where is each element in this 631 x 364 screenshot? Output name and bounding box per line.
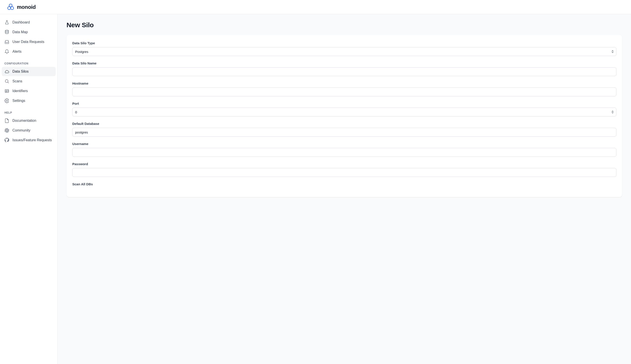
password-input[interactable] [72,168,616,177]
default-database-label: Default Database [72,122,616,126]
bell-icon [5,49,9,54]
sidebar-item-issues[interactable]: Issues/Feature Requests [2,136,56,145]
brand-logo[interactable]: monoid [7,3,36,11]
sidebar-item-data-silos[interactable]: Data Silos [2,67,56,76]
port-input[interactable] [72,108,616,116]
sidebar-item-identifiers[interactable]: Identifiers [2,86,56,96]
default-database-input[interactable] [72,128,616,136]
scan-all-dbs-label: Scan All DBs [72,182,616,186]
silo-type-label: Data Silo Type [72,41,616,45]
sidebar-item-label: Alerts [13,50,22,54]
sidebar-item-data-map[interactable]: Data Map [2,28,56,37]
svg-point-2 [11,6,14,10]
id-card-icon [5,88,9,94]
hostname-input[interactable] [72,88,616,96]
main-content: New Silo Data Silo Type Data Silo Name H… [58,14,631,364]
svg-rect-9 [6,131,7,132]
page-title: New Silo [67,21,622,29]
port-label: Port [72,102,616,106]
slack-icon [5,128,9,133]
svg-rect-8 [7,128,8,130]
sidebar-item-user-data-requests[interactable]: User Data Requests [2,37,56,46]
github-icon [5,138,9,142]
inbox-icon [5,40,9,44]
svg-point-7 [6,100,8,102]
sidebar-item-documentation[interactable]: Documentation [2,116,56,125]
username-label: Username [72,142,616,146]
sidebar: Dashboard Data Map User Data Requests Al… [0,14,58,364]
app-header: monoid [0,0,631,14]
svg-point-4 [5,80,8,82]
sidebar-section-configuration: CONFIGURATION [2,57,56,67]
database-icon [5,30,9,34]
silo-name-label: Data Silo Name [72,61,616,65]
flask-icon [5,20,9,25]
username-input[interactable] [72,148,616,157]
svg-point-3 [5,30,9,32]
document-icon [5,118,9,123]
sidebar-item-community[interactable]: Community [2,126,56,135]
sidebar-item-label: Data Silos [13,70,29,74]
monoid-logo-icon [7,3,15,11]
sidebar-item-alerts[interactable]: Alerts [2,47,56,56]
svg-rect-10 [5,130,7,130]
sidebar-item-label: Issues/Feature Requests [13,138,52,142]
sidebar-item-settings[interactable]: Settings [2,96,56,106]
sidebar-item-label: Identifiers [13,89,28,93]
cloud-icon [5,69,9,74]
new-silo-form-card: Data Silo Type Data Silo Name Hostname P… [67,35,622,197]
sidebar-item-label: Documentation [13,119,36,123]
gear-icon [5,98,9,103]
svg-point-1 [8,6,11,10]
sidebar-section-help: HELP [2,106,56,116]
brand-name: monoid [17,4,36,10]
svg-point-6 [6,90,7,91]
silo-name-input[interactable] [72,67,616,76]
sidebar-item-label: Community [13,128,30,132]
sidebar-item-scans[interactable]: Scans [2,76,56,86]
sidebar-item-dashboard[interactable]: Dashboard [2,18,56,27]
svg-rect-11 [7,131,9,131]
sidebar-item-label: User Data Requests [13,40,44,44]
hostname-label: Hostname [72,82,616,85]
sidebar-item-label: Dashboard [13,20,30,24]
search-icon [5,79,9,84]
password-label: Password [72,162,616,166]
sidebar-item-label: Data Map [13,30,28,34]
silo-type-select[interactable] [72,47,616,56]
sidebar-item-label: Scans [13,79,22,83]
sidebar-item-label: Settings [13,99,25,103]
